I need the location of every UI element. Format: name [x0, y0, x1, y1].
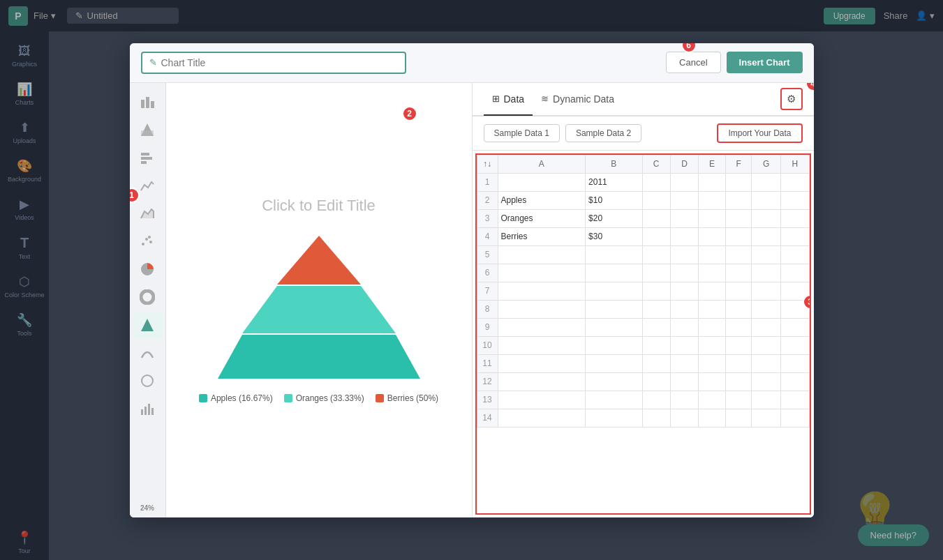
insert-chart-button[interactable]: Insert Chart [727, 52, 803, 73]
cell-7-E[interactable] [699, 282, 726, 300]
cell-9-C[interactable] [642, 318, 670, 336]
cell-8-F[interactable] [725, 300, 751, 318]
chart-type-scatter[interactable] [132, 228, 163, 255]
cell-1-D[interactable] [670, 173, 698, 191]
cell-12-E[interactable] [699, 372, 726, 391]
cell-4-G[interactable] [752, 227, 781, 245]
cell-5-B[interactable] [586, 245, 642, 264]
cell-2-G[interactable] [752, 191, 781, 209]
cell-1-A[interactable] [498, 173, 586, 191]
cell-11-D[interactable] [670, 354, 698, 372]
cell-12-D[interactable] [670, 372, 698, 391]
cell-8-A[interactable] [498, 300, 586, 318]
col-header-C[interactable]: C [642, 155, 670, 173]
cell-13-H[interactable] [781, 391, 809, 409]
cell-1-E[interactable] [699, 173, 726, 191]
cell-6-E[interactable] [699, 264, 726, 282]
cell-7-A[interactable] [498, 282, 586, 300]
data-grid-wrapper[interactable]: 3 ↑↓ A B C D E [475, 153, 811, 515]
cell-10-D[interactable] [670, 336, 698, 354]
chart-title-display[interactable]: Click to Edit Title [262, 197, 376, 215]
cell-11-A[interactable] [498, 354, 586, 372]
cell-11-H[interactable] [781, 354, 809, 372]
cell-6-H[interactable] [781, 264, 809, 282]
cell-10-H[interactable] [781, 336, 809, 354]
cell-14-C[interactable] [642, 409, 670, 427]
cell-10-B[interactable] [586, 336, 642, 354]
cell-10-G[interactable] [752, 336, 781, 354]
chart-type-arc[interactable] [132, 340, 163, 366]
cell-11-C[interactable] [642, 354, 670, 372]
cell-9-B[interactable] [586, 318, 642, 336]
cell-14-A[interactable] [498, 409, 586, 427]
cell-12-G[interactable] [752, 372, 781, 391]
cell-3-G[interactable] [752, 209, 781, 227]
cell-13-G[interactable] [752, 391, 781, 409]
col-header-F[interactable]: F [725, 155, 751, 173]
cell-5-D[interactable] [670, 245, 698, 264]
chart-title-input[interactable] [161, 57, 398, 68]
cell-4-A[interactable]: Berries [498, 227, 586, 245]
tab-data[interactable]: ⊞ Data [484, 84, 533, 116]
cell-4-F[interactable] [725, 227, 751, 245]
cell-14-E[interactable] [699, 409, 726, 427]
cell-7-B[interactable] [586, 282, 642, 300]
cell-5-E[interactable] [699, 245, 726, 264]
col-header-H[interactable]: H [781, 155, 809, 173]
cell-6-D[interactable] [670, 264, 698, 282]
col-header-G[interactable]: G [752, 155, 781, 173]
cell-4-H[interactable] [781, 227, 809, 245]
cell-7-G[interactable] [752, 282, 781, 300]
cell-13-B[interactable] [586, 391, 642, 409]
cell-1-G[interactable] [752, 173, 781, 191]
chart-type-circle[interactable] [132, 368, 163, 394]
cell-12-B[interactable] [586, 372, 642, 391]
cell-2-E[interactable] [699, 191, 726, 209]
cell-9-F[interactable] [725, 318, 751, 336]
cell-12-H[interactable] [781, 372, 809, 391]
cell-13-E[interactable] [699, 391, 726, 409]
cell-7-F[interactable] [725, 282, 751, 300]
cell-11-E[interactable] [699, 354, 726, 372]
cell-12-F[interactable] [725, 372, 751, 391]
cell-14-B[interactable] [586, 409, 642, 427]
cell-6-G[interactable] [752, 264, 781, 282]
col-header-B[interactable]: B [586, 155, 642, 173]
cell-12-A[interactable] [498, 372, 586, 391]
cell-3-H[interactable] [781, 209, 809, 227]
cell-2-A[interactable]: Apples [498, 191, 586, 209]
chart-type-pie[interactable] [132, 256, 163, 282]
chart-type-donut[interactable] [132, 284, 163, 310]
cell-1-F[interactable] [725, 173, 751, 191]
cell-3-F[interactable] [725, 209, 751, 227]
sample-data-1-button[interactable]: Sample Data 1 [484, 124, 560, 142]
cell-10-C[interactable] [642, 336, 670, 354]
chart-type-pyramid[interactable] [132, 312, 163, 338]
cell-12-C[interactable] [642, 372, 670, 391]
cell-6-B[interactable] [586, 264, 642, 282]
cell-10-A[interactable] [498, 336, 586, 354]
cell-5-H[interactable] [781, 245, 809, 264]
cell-1-H[interactable] [781, 173, 809, 191]
cell-6-C[interactable] [642, 264, 670, 282]
chart-type-wave[interactable] [132, 395, 163, 422]
cell-8-C[interactable] [642, 300, 670, 318]
cell-13-C[interactable] [642, 391, 670, 409]
cell-2-F[interactable] [725, 191, 751, 209]
cell-11-B[interactable] [586, 354, 642, 372]
cell-8-D[interactable] [670, 300, 698, 318]
cell-14-H[interactable] [781, 409, 809, 427]
cell-5-C[interactable] [642, 245, 670, 264]
cell-8-B[interactable] [586, 300, 642, 318]
cell-6-A[interactable] [498, 264, 586, 282]
import-data-button[interactable]: Import Your Data [717, 123, 802, 143]
cell-9-A[interactable] [498, 318, 586, 336]
cell-4-B[interactable]: $30 [586, 227, 642, 245]
cell-4-C[interactable] [642, 227, 670, 245]
cell-13-A[interactable] [498, 391, 586, 409]
cell-5-G[interactable] [752, 245, 781, 264]
cell-8-E[interactable] [699, 300, 726, 318]
cell-8-G[interactable] [752, 300, 781, 318]
cell-2-D[interactable] [670, 191, 698, 209]
cell-9-H[interactable] [781, 318, 809, 336]
